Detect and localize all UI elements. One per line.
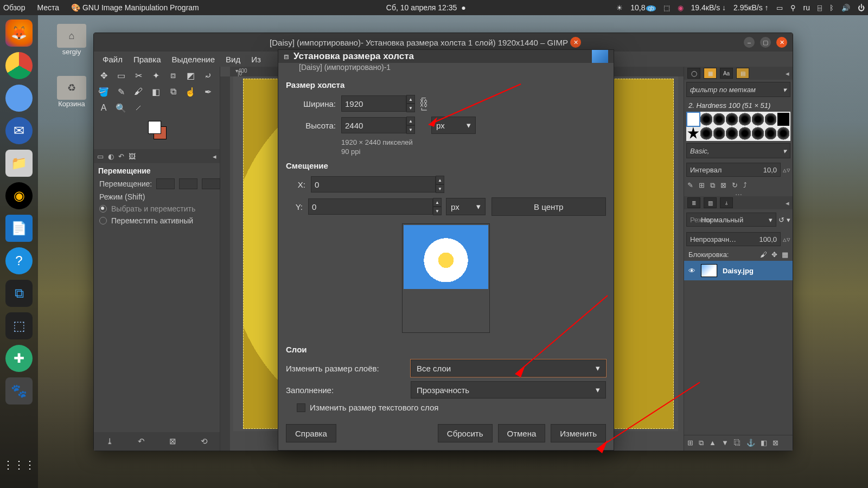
tab-tool-options[interactable]: ▭ <box>97 152 104 160</box>
width-input[interactable] <box>341 95 406 112</box>
tab-menu-icon[interactable]: ◂ <box>213 152 216 160</box>
volume-icon[interactable]: 🔊 <box>841 4 850 12</box>
tool-text[interactable]: A <box>98 102 109 113</box>
tab-undo[interactable]: ↶ <box>118 152 124 160</box>
brush-preset-select[interactable]: Basic,▾ <box>686 143 790 158</box>
menu-select[interactable]: Выделение <box>167 55 220 64</box>
tool-bucket[interactable]: 🪣 <box>98 86 109 97</box>
tool-warp[interactable]: ⤾ <box>202 70 213 81</box>
tool-path[interactable]: ✒ <box>202 86 213 97</box>
layer-group-icon[interactable]: ⧉ <box>699 439 704 447</box>
delete-layer-icon[interactable]: ⊠ <box>773 439 778 447</box>
y-down[interactable]: ▼ <box>433 207 442 215</box>
cancel-button[interactable]: Отмена <box>498 424 546 442</box>
delete-options-icon[interactable]: ⊠ <box>169 436 176 446</box>
panel-menu-icon[interactable]: ◂ <box>786 69 789 78</box>
mode-reset-icon[interactable]: ↺ <box>778 216 784 224</box>
brightness-icon[interactable]: ☀ <box>616 4 623 12</box>
reset-button[interactable]: Сбросить <box>438 424 493 442</box>
layers-menu-icon[interactable]: ◂ <box>786 199 789 207</box>
opacity-input[interactable]: Непрозрачн…100,0 <box>686 232 781 246</box>
height-up[interactable]: ▲ <box>406 117 415 125</box>
tool-transform[interactable]: ◩ <box>185 70 196 81</box>
window-titlebar[interactable]: [Daisy] (импортировано)- Установка разме… <box>94 33 793 52</box>
desktop-home[interactable]: ⌂sergiy <box>50 24 93 56</box>
lock-alpha-icon[interactable]: ▦ <box>782 251 788 259</box>
spacing-input[interactable]: Интервал10,0 <box>686 163 781 177</box>
dock-remmina[interactable]: ✚ <box>5 345 33 372</box>
places-menu[interactable]: Места <box>37 3 59 12</box>
chain-link-icon[interactable]: ⌐⛓⌙ <box>419 95 428 112</box>
dock-help[interactable]: ? <box>5 247 33 274</box>
bluetooth-icon[interactable]: ᛒ <box>829 4 834 12</box>
lower-layer-icon[interactable]: ▼ <box>722 439 729 447</box>
dock-thunderbird[interactable]: ✉ <box>5 117 33 144</box>
restore-options-icon[interactable]: ↶ <box>138 436 145 446</box>
resize-text-checkbox[interactable] <box>297 403 305 412</box>
cube-icon[interactable]: ◉ <box>678 4 684 12</box>
move-mode-selection[interactable] <box>179 178 197 189</box>
del-brush-icon[interactable]: ⊠ <box>720 181 726 190</box>
overview-button[interactable]: Обзор <box>3 3 25 12</box>
open-brush-icon[interactable]: ⤴ <box>743 181 747 190</box>
clock[interactable]: Сб, 10 апреля 12:35 <box>386 3 457 12</box>
indicator-icon[interactable]: ⬚ <box>663 4 670 12</box>
window-close[interactable]: ✕ <box>776 37 787 48</box>
width-up[interactable]: ▲ <box>406 95 415 104</box>
dock-virtualbox[interactable]: ⬚ <box>5 312 33 339</box>
tag-filter[interactable]: фильтр по меткам▾ <box>686 82 790 97</box>
dock-gimp[interactable]: 🐾 <box>5 377 33 404</box>
tool-pencil[interactable]: ✎ <box>116 86 126 97</box>
keyboard-layout[interactable]: ru <box>803 3 810 12</box>
height-input[interactable] <box>341 117 406 133</box>
tool-free-select[interactable]: ✂ <box>133 70 144 81</box>
tool-measure[interactable]: ⟋ <box>133 102 144 113</box>
x-input[interactable] <box>311 176 436 192</box>
dup-layer-icon[interactable]: ⿻ <box>734 439 741 447</box>
width-down[interactable]: ▼ <box>406 104 415 112</box>
layer-mode-select[interactable]: РежимНормальный▾ <box>686 213 776 227</box>
visibility-icon[interactable]: 👁 <box>688 267 695 275</box>
reset-options-icon[interactable]: ⟲ <box>201 436 208 446</box>
layers-tab[interactable]: ≣ <box>687 197 700 208</box>
dock-chromium[interactable] <box>5 85 33 112</box>
merge-layer-icon[interactable]: ⚓ <box>746 439 755 447</box>
brushes-tab[interactable]: ◯ <box>687 68 700 79</box>
history-tab[interactable]: ▤ <box>736 68 749 79</box>
window-maximize[interactable]: ▢ <box>760 37 771 48</box>
tool-rect-select[interactable]: ▭ <box>116 70 126 81</box>
vertical-ruler[interactable] <box>220 76 230 451</box>
menu-image[interactable]: Из <box>246 55 266 64</box>
x-down[interactable]: ▼ <box>436 184 444 193</box>
channels-tab[interactable]: ▥ <box>704 197 717 208</box>
new-layer-icon[interactable]: ⊞ <box>687 439 693 447</box>
size-unit-select[interactable]: px▾ <box>431 117 476 134</box>
move-mode-layer[interactable] <box>156 178 175 189</box>
dock-rhythmbox[interactable]: ◉ <box>5 182 33 209</box>
resize-button[interactable]: Изменить <box>551 424 606 442</box>
move-mode-path[interactable] <box>202 178 220 189</box>
network-icon[interactable]: ⌸ <box>818 4 822 12</box>
help-button[interactable]: Справка <box>286 424 336 442</box>
edit-brush-icon[interactable]: ✎ <box>687 181 693 190</box>
menu-edit[interactable]: Правка <box>128 55 167 64</box>
panel-resize-handle[interactable]: ⋯ <box>684 192 793 196</box>
window-minimize[interactable]: – <box>744 37 755 48</box>
dup-brush-icon[interactable]: ⧉ <box>710 181 715 190</box>
power-icon[interactable]: ⏻ <box>858 4 865 12</box>
paths-tab[interactable]: ⫰ <box>720 197 733 208</box>
patterns-tab[interactable]: ▦ <box>704 68 717 79</box>
tool-move[interactable]: ✥ <box>98 70 109 81</box>
x-up[interactable]: ▲ <box>436 176 444 184</box>
color-swatch[interactable] <box>148 121 167 139</box>
fill-select[interactable]: Прозрачность▾ <box>411 381 606 399</box>
layer-row[interactable]: 👁 Daisy.jpg <box>684 261 793 280</box>
mask-layer-icon[interactable]: ◧ <box>761 439 767 447</box>
menu-file[interactable]: Файл <box>97 55 128 64</box>
tab-devices[interactable]: ◐ <box>108 152 114 160</box>
radio-move-active[interactable] <box>99 217 107 224</box>
offset-unit-select[interactable]: px▾ <box>446 198 486 215</box>
offset-preview[interactable] <box>402 223 490 333</box>
accessibility-icon[interactable]: ⚲ <box>790 4 796 12</box>
lock-pixels-icon[interactable]: 🖌 <box>760 251 767 259</box>
